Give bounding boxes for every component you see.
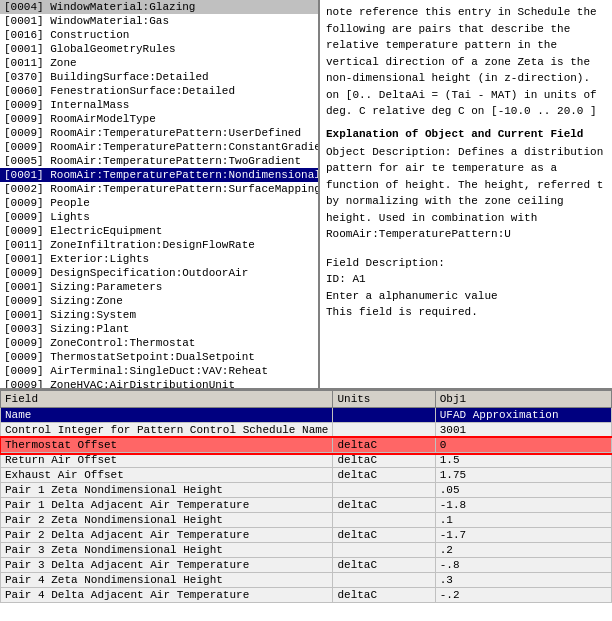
field-desc1: Enter a alphanumeric value <box>326 288 606 305</box>
table-row[interactable]: Pair 3 Delta Adjacent Air Temperaturedel… <box>1 558 612 573</box>
cell-units <box>333 513 435 528</box>
table-row[interactable]: Pair 4 Delta Adjacent Air Temperaturedel… <box>1 588 612 603</box>
table-row[interactable]: Pair 2 Zeta Nondimensional Height.1 <box>1 513 612 528</box>
list-item[interactable]: [0009] ZoneControl:Thermostat <box>0 336 318 350</box>
col-field: Field <box>1 391 333 408</box>
cell-units <box>333 408 435 423</box>
list-item[interactable]: [0016] Construction <box>0 28 318 42</box>
cell-units: deltaC <box>333 468 435 483</box>
table-row[interactable]: NameUFAD Approximation <box>1 408 612 423</box>
main-container: [0004] WindowMaterial:Glazing[0001] Wind… <box>0 0 612 621</box>
cell-field: Pair 3 Delta Adjacent Air Temperature <box>1 558 333 573</box>
field-desc-title: Field Description: <box>326 257 445 269</box>
table-row[interactable]: Pair 3 Zeta Nondimensional Height.2 <box>1 543 612 558</box>
cell-units: deltaC <box>333 453 435 468</box>
cell-units: deltaC <box>333 588 435 603</box>
cell-field: Pair 4 Delta Adjacent Air Temperature <box>1 588 333 603</box>
right-panel: note reference this entry in Schedule th… <box>320 0 612 388</box>
list-item[interactable]: [0009] ZoneHVAC:AirDistributionUnit <box>0 378 318 388</box>
cell-obj1: 1.5 <box>435 453 611 468</box>
cell-field: Return Air Offset <box>1 453 333 468</box>
list-item[interactable]: [0009] Lights <box>0 210 318 224</box>
cell-field: Pair 3 Zeta Nondimensional Height <box>1 543 333 558</box>
list-item[interactable]: [0009] AirTerminal:SingleDuct:VAV:Reheat <box>0 364 318 378</box>
list-item[interactable]: [0009] ThermostatSetpoint:DualSetpoint <box>0 350 318 364</box>
list-item[interactable]: [0001] Sizing:Parameters <box>0 280 318 294</box>
list-item[interactable]: [0003] Sizing:Plant <box>0 322 318 336</box>
list-item[interactable]: [0009] People <box>0 196 318 210</box>
field-desc2: This field is required. <box>326 304 606 321</box>
top-description: note reference this entry in Schedule th… <box>326 4 606 120</box>
cell-field: Control Integer for Pattern Control Sche… <box>1 423 333 438</box>
table-row[interactable]: Control Integer for Pattern Control Sche… <box>1 423 612 438</box>
list-item[interactable]: [0001] GlobalGeometryRules <box>0 42 318 56</box>
cell-field: Pair 1 Zeta Nondimensional Height <box>1 483 333 498</box>
table-header-row: Field Units Obj1 <box>1 391 612 408</box>
cell-obj1: .3 <box>435 573 611 588</box>
list-item[interactable]: [0370] BuildingSurface:Detailed <box>0 70 318 84</box>
cell-units <box>333 543 435 558</box>
object-desc: Defines a distribution pattern for air t… <box>326 146 603 241</box>
list-item[interactable]: [0060] FenestrationSurface:Detailed <box>0 84 318 98</box>
list-item[interactable]: [0001] Sizing:System <box>0 308 318 322</box>
table-row[interactable]: Thermostat OffsetdeltaC0 <box>1 438 612 453</box>
table-row[interactable]: Pair 1 Delta Adjacent Air Temperaturedel… <box>1 498 612 513</box>
list-item[interactable]: [0009] RoomAir:TemperaturePattern:Consta… <box>0 140 318 154</box>
list-item[interactable]: [0009] DesignSpecification:OutdoorAir <box>0 266 318 280</box>
cell-units: deltaC <box>333 438 435 453</box>
cell-field: Pair 1 Delta Adjacent Air Temperature <box>1 498 333 513</box>
cell-obj1: -.8 <box>435 558 611 573</box>
table-row[interactable]: Pair 1 Zeta Nondimensional Height.05 <box>1 483 612 498</box>
cell-obj1: 0 <box>435 438 611 453</box>
list-item[interactable]: [0005] RoomAir:TemperaturePattern:TwoGra… <box>0 154 318 168</box>
left-panel[interactable]: [0004] WindowMaterial:Glazing[0001] Wind… <box>0 0 320 388</box>
list-item[interactable]: [0009] Sizing:Zone <box>0 294 318 308</box>
cell-obj1: 3001 <box>435 423 611 438</box>
cell-obj1: .2 <box>435 543 611 558</box>
section-title: Explanation of Object and Current Field <box>326 128 606 140</box>
table-row[interactable]: Pair 4 Zeta Nondimensional Height.3 <box>1 573 612 588</box>
cell-obj1: .1 <box>435 513 611 528</box>
cell-field: Exhaust Air Offset <box>1 468 333 483</box>
list-item[interactable]: [0009] RoomAir:TemperaturePattern:UserDe… <box>0 126 318 140</box>
col-obj1: Obj1 <box>435 391 611 408</box>
cell-field: Pair 4 Zeta Nondimensional Height <box>1 573 333 588</box>
col-units: Units <box>333 391 435 408</box>
list-item[interactable]: [0011] ZoneInfiltration:DesignFlowRate <box>0 238 318 252</box>
list-item[interactable]: [0009] RoomAirModelType <box>0 112 318 126</box>
cell-units: deltaC <box>333 498 435 513</box>
list-item[interactable]: [0011] Zone <box>0 56 318 70</box>
cell-units: deltaC <box>333 558 435 573</box>
list-item[interactable]: [0001] RoomAir:TemperaturePattern:Nondim… <box>0 168 318 182</box>
field-id: ID: A1 <box>326 271 606 288</box>
bottom-section[interactable]: Field Units Obj1 NameUFAD ApproximationC… <box>0 390 612 621</box>
table-row[interactable]: Exhaust Air OffsetdeltaC1.75 <box>1 468 612 483</box>
explanation-section: Explanation of Object and Current Field … <box>326 128 606 321</box>
list-item[interactable]: [0009] InternalMass <box>0 98 318 112</box>
cell-units: deltaC <box>333 528 435 543</box>
cell-units <box>333 483 435 498</box>
cell-obj1: UFAD Approximation <box>435 408 611 423</box>
list-item[interactable]: [0002] RoomAir:TemperaturePattern:Surfac… <box>0 182 318 196</box>
list-item[interactable]: [0001] WindowMaterial:Gas <box>0 14 318 28</box>
cell-units <box>333 423 435 438</box>
cell-field: Pair 2 Zeta Nondimensional Height <box>1 513 333 528</box>
list-item[interactable]: [0009] ElectricEquipment <box>0 224 318 238</box>
table-row[interactable]: Pair 2 Delta Adjacent Air Temperaturedel… <box>1 528 612 543</box>
cell-field: Pair 2 Delta Adjacent Air Temperature <box>1 528 333 543</box>
cell-obj1: .05 <box>435 483 611 498</box>
cell-obj1: 1.75 <box>435 468 611 483</box>
object-desc-title: Object Description: <box>326 146 451 158</box>
list-item[interactable]: [0001] Exterior:Lights <box>0 252 318 266</box>
data-table: Field Units Obj1 NameUFAD ApproximationC… <box>0 390 612 603</box>
cell-field: Thermostat Offset <box>1 438 333 453</box>
cell-obj1: -1.7 <box>435 528 611 543</box>
cell-obj1: -.2 <box>435 588 611 603</box>
table-row[interactable]: Return Air OffsetdeltaC1.5 <box>1 453 612 468</box>
cell-field: Name <box>1 408 333 423</box>
top-section: [0004] WindowMaterial:Glazing[0001] Wind… <box>0 0 612 390</box>
list-item[interactable]: [0004] WindowMaterial:Glazing <box>0 0 318 14</box>
cell-obj1: -1.8 <box>435 498 611 513</box>
cell-units <box>333 573 435 588</box>
